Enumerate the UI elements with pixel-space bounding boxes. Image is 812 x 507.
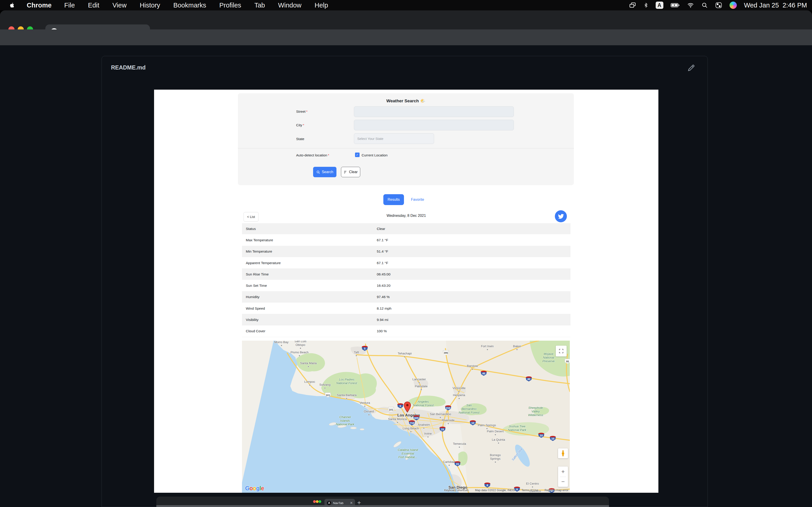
- mini-zoom-button[interactable]: [318, 500, 321, 503]
- edit-pencil-icon[interactable]: [688, 64, 695, 72]
- table-row-value: 06:45:00: [377, 272, 390, 276]
- readme-box: README.md Weather Search 🌤️ Street* City…: [101, 56, 708, 507]
- map-place-label: Oxnard: [364, 410, 374, 415]
- map-place-label: Fort Irwin: [481, 344, 494, 350]
- current-location-checkbox[interactable]: ✓: [355, 153, 360, 157]
- spotlight-search-icon[interactable]: [701, 2, 708, 8]
- map-place-label: Lompoc: [304, 380, 315, 386]
- form-title: Weather Search 🌤️: [238, 98, 574, 103]
- result-date: Wednesday, 8 Dec 2021: [154, 214, 658, 218]
- state-label: State: [296, 137, 304, 141]
- menu-app-name[interactable]: Chrome: [27, 2, 52, 9]
- map-place-label: Morro Bay: [274, 341, 289, 346]
- battery-icon[interactable]: [671, 2, 680, 9]
- table-row: Sun Rise Time 06:45:00: [242, 269, 570, 280]
- table-row-label: Humidity: [246, 295, 377, 299]
- table-row-value: 9.94 mi: [377, 318, 388, 322]
- siri-icon[interactable]: [729, 2, 737, 9]
- table-row: Visibility 9.94 mi: [242, 314, 570, 326]
- control-center-icon[interactable]: [715, 2, 722, 8]
- map-place-label: Borrego Springs: [490, 453, 501, 463]
- twitter-bird-icon: [558, 214, 564, 219]
- map-place-label: Baker: [513, 344, 521, 350]
- map-place-label: Hesperia: [453, 393, 465, 399]
- map-place-label: La Quinta: [492, 438, 505, 444]
- table-row-value: 8.12 mph: [377, 306, 392, 311]
- menu-item[interactable]: File: [64, 2, 75, 9]
- street-view-pegman-button[interactable]: [558, 448, 568, 458]
- street-input[interactable]: [354, 106, 514, 117]
- attribution-item[interactable]: Keyboard shortcuts: [444, 489, 469, 492]
- table-row-label: Sun Rise Time: [246, 272, 377, 276]
- table-row-label: Visibility: [246, 318, 377, 322]
- current-location-label: Current Location: [362, 153, 388, 157]
- mini-minimize-button[interactable]: [316, 500, 318, 503]
- screen-mirroring-icon[interactable]: [629, 2, 636, 9]
- map-canvas[interactable]: Morro BaySan Luis ObispoPismo BeachSanta…: [242, 341, 570, 493]
- city-input[interactable]: [354, 120, 514, 130]
- menu-item[interactable]: Window: [278, 2, 301, 9]
- mini-tab-close-icon[interactable]: ✕: [350, 501, 353, 505]
- map-fullscreen-button[interactable]: [556, 346, 567, 356]
- menu-item[interactable]: Tab: [254, 2, 265, 9]
- autodetect-label: Auto-detect location*: [296, 153, 329, 157]
- map-place-label: San Bernardino: [430, 412, 451, 418]
- table-row-value: Clear: [377, 227, 385, 231]
- table-row-label: Cloud Cover: [246, 329, 377, 333]
- wifi-icon[interactable]: [687, 2, 694, 9]
- map-place-label: Angeles National Forest: [413, 400, 434, 407]
- menu-bar-clock[interactable]: Wed Jan 25 2:46 PM: [744, 2, 807, 9]
- table-row-label: Apparent Temperature: [246, 261, 377, 265]
- table-row-label: Min Temperature: [246, 249, 377, 253]
- menu-items: FileEditViewHistoryBookmarksProfilesTabW…: [64, 2, 328, 9]
- menu-item[interactable]: Bookmarks: [173, 2, 206, 9]
- zoom-out-button[interactable]: −: [558, 477, 568, 487]
- table-row: Humidity 97.46 %: [242, 291, 570, 303]
- mini-close-button[interactable]: [313, 500, 316, 503]
- menu-item[interactable]: View: [112, 2, 126, 9]
- map-place-label: Sheephole Valley Wilderness: [528, 406, 543, 417]
- table-row-label: Max Temperature: [246, 238, 377, 242]
- map-place-label: Lancaster: [412, 378, 426, 383]
- table-row: Wind Speed 8.12 mph: [242, 303, 570, 314]
- map-place-label: Carlsbad: [443, 460, 455, 466]
- search-button[interactable]: Search: [313, 167, 337, 177]
- background-chrome-window[interactable]: A NavTab ✕ +: [156, 497, 609, 507]
- table-row-label: Wind Speed: [246, 306, 377, 311]
- clear-button[interactable]: Clear: [341, 167, 360, 177]
- chrome-tab-strip: Samuel3Shin.github.io/weather ✕ +: [0, 10, 812, 30]
- attribution-item[interactable]: Terms of Use: [521, 489, 538, 492]
- map-attribution: Keyboard shortcutsMap data ©2022 Google,…: [438, 489, 568, 492]
- map-marker-pin[interactable]: [403, 401, 411, 414]
- apple-menu-icon[interactable]: [9, 2, 15, 8]
- state-select[interactable]: [354, 133, 434, 144]
- map-place-label: Temecula: [453, 442, 466, 448]
- clear-list-icon: [344, 170, 347, 174]
- readme-filename: README.md: [111, 64, 146, 71]
- mini-tab-favicon: A: [327, 501, 331, 505]
- menu-item[interactable]: Edit: [88, 2, 99, 9]
- menu-item[interactable]: History: [140, 2, 160, 9]
- table-row: Max Temperature 67.1 °F: [242, 234, 570, 246]
- attribution-item[interactable]: Report a map error: [545, 489, 568, 492]
- attribution-item[interactable]: Map data ©2022 Google, INEGI: [475, 489, 515, 492]
- map-place-label: Tehachapi: [398, 352, 412, 357]
- map-place-label: Taft: [354, 351, 359, 356]
- zoom-in-button[interactable]: +: [558, 466, 568, 477]
- bluetooth-icon[interactable]: [644, 2, 648, 9]
- twitter-share-button[interactable]: [555, 210, 567, 222]
- map-place-label: Irvine: [424, 432, 432, 438]
- table-row: Apparent Temperature 67.1 °F: [242, 257, 570, 269]
- map-place-label: Mojave National Preserve: [542, 352, 555, 363]
- form-divider: [238, 148, 574, 149]
- map-place-label: Palmdale: [415, 385, 427, 390]
- map-place-label: Solvang: [319, 383, 331, 389]
- menu-item[interactable]: Help: [315, 2, 328, 9]
- tab-results[interactable]: Results: [383, 194, 404, 205]
- menu-item[interactable]: Profiles: [219, 2, 241, 9]
- map-place-label: Riverside: [442, 418, 454, 425]
- city-label: City*: [296, 123, 304, 127]
- input-source-icon[interactable]: A: [656, 2, 663, 9]
- tab-favorite[interactable]: Favorite: [411, 194, 424, 205]
- table-row-value: 97.46 %: [377, 295, 390, 299]
